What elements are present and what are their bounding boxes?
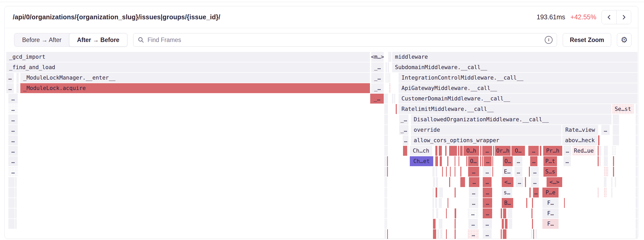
flame-frame[interactable]: [384, 94, 388, 104]
flame-frame[interactable]: O…: [511, 146, 525, 156]
flame-frame[interactable]: [526, 198, 527, 208]
flame-frame[interactable]: …: [483, 198, 492, 208]
flame-frame[interactable]: S…s: [543, 167, 557, 177]
flame-frame[interactable]: [636, 229, 637, 239]
flame-frame[interactable]: <…>: [547, 177, 562, 187]
flame-frame[interactable]: …: [516, 177, 523, 187]
flame-frame[interactable]: [433, 229, 436, 239]
flame-frame[interactable]: [8, 177, 15, 187]
flame-frame[interactable]: [613, 156, 614, 166]
flame-frame[interactable]: …: [483, 188, 492, 197]
flame-frame[interactable]: SubdomainMiddleware.__call__: [392, 62, 637, 72]
flame-frame[interactable]: _ModuleLockManager.__enter__: [20, 73, 370, 83]
flame-frame[interactable]: Pr…h: [543, 146, 562, 156]
flame-frame[interactable]: [636, 177, 637, 187]
flame-frame[interactable]: [446, 229, 447, 239]
flame-frame[interactable]: Or…h: [495, 146, 511, 156]
flame-frame[interactable]: [480, 146, 481, 156]
flame-frame[interactable]: [480, 156, 481, 166]
flame-frame[interactable]: [493, 146, 494, 156]
flame-frame[interactable]: [509, 219, 512, 229]
flame-frame[interactable]: [455, 167, 455, 177]
flame-frame[interactable]: [16, 83, 19, 93]
flame-frame[interactable]: [432, 208, 434, 218]
flame-frame[interactable]: [435, 156, 438, 166]
flame-frame[interactable]: [386, 177, 387, 187]
flame-frame[interactable]: [448, 198, 448, 208]
flame-frame[interactable]: [611, 177, 612, 187]
flame-frame[interactable]: [482, 156, 483, 166]
flame-frame[interactable]: …: [468, 167, 479, 177]
flame-frame[interactable]: [436, 167, 437, 177]
flame-frame[interactable]: _find_and_load: [6, 62, 370, 72]
flame-frame[interactable]: P…e: [542, 188, 559, 197]
flame-frame[interactable]: [449, 146, 457, 156]
flame-frame[interactable]: [636, 198, 637, 208]
flame-frame[interactable]: [459, 156, 459, 166]
flame-frame[interactable]: …: [8, 135, 18, 145]
flame-frame[interactable]: [384, 156, 387, 166]
flame-frame[interactable]: [598, 188, 599, 197]
flame-frame[interactable]: …: [483, 208, 492, 218]
flame-frame[interactable]: _…: [399, 115, 408, 124]
flame-frame[interactable]: [636, 115, 637, 124]
flame-frame[interactable]: [15, 198, 17, 208]
flame-frame[interactable]: …: [468, 208, 478, 218]
flame-frame[interactable]: Ch…ch: [410, 146, 432, 156]
flame-frame[interactable]: …: [533, 188, 539, 197]
flame-frame[interactable]: …: [515, 156, 522, 166]
flame-frame[interactable]: [432, 167, 435, 177]
flame-frame[interactable]: P…t: [543, 156, 557, 166]
flame-frame[interactable]: [386, 198, 387, 208]
flame-frame[interactable]: abov…heck: [562, 135, 598, 145]
flame-frame[interactable]: [436, 188, 437, 197]
flame-frame[interactable]: [532, 219, 533, 229]
flame-frame[interactable]: …: [483, 167, 492, 177]
flame-frame[interactable]: [505, 219, 507, 229]
flame-frame[interactable]: [384, 115, 388, 124]
flame-frame[interactable]: <…: [502, 177, 513, 187]
flame-frame[interactable]: [599, 146, 601, 156]
flame-frame[interactable]: override: [411, 125, 561, 135]
flame-frame[interactable]: …: [483, 177, 492, 187]
flame-frame[interactable]: …: [469, 198, 478, 208]
flame-frame[interactable]: allow_cors_options_wrapper: [411, 135, 561, 145]
flame-frame[interactable]: Rate…view: [562, 125, 598, 135]
flame-frame[interactable]: [598, 146, 599, 156]
flame-frame[interactable]: [8, 188, 15, 197]
flamegraph-canvas[interactable]: _gcd_import<m…>middleware_find_and_load_…: [0, 0, 644, 240]
flame-frame[interactable]: [455, 188, 456, 197]
flame-frame[interactable]: [15, 177, 17, 187]
flame-frame[interactable]: [384, 135, 388, 145]
flame-frame[interactable]: …: [483, 229, 492, 239]
flame-frame[interactable]: DisallowedOrganizationMiddleware.__call_…: [411, 115, 611, 124]
flame-frame[interactable]: [15, 188, 17, 197]
flame-frame[interactable]: …: [482, 219, 492, 229]
flame-frame[interactable]: [492, 167, 493, 177]
flame-frame[interactable]: [531, 208, 532, 218]
flame-frame[interactable]: _…: [371, 62, 384, 72]
flame-frame[interactable]: …: [6, 83, 14, 93]
flame-frame[interactable]: …: [8, 94, 18, 104]
flame-frame[interactable]: [387, 156, 388, 166]
flame-frame[interactable]: [396, 104, 397, 114]
flame-frame[interactable]: [387, 229, 388, 239]
flame-frame[interactable]: [384, 146, 388, 156]
flame-frame[interactable]: [615, 177, 616, 187]
flame-frame[interactable]: [564, 198, 565, 208]
flame-frame[interactable]: middleware: [392, 52, 637, 62]
flame-frame[interactable]: [384, 104, 388, 114]
flame-frame[interactable]: [403, 146, 407, 156]
flame-frame[interactable]: [435, 146, 437, 156]
flame-frame[interactable]: …: [8, 146, 18, 156]
flame-frame[interactable]: [460, 167, 461, 177]
flame-frame[interactable]: [598, 156, 599, 166]
flame-frame[interactable]: _…: [399, 125, 408, 135]
flame-frame[interactable]: …: [528, 146, 539, 156]
flame-frame[interactable]: CustomerDomainMiddleware.__call__: [399, 94, 637, 104]
flame-frame[interactable]: [388, 52, 391, 62]
flame-frame[interactable]: RatelimitMiddleware.__call__: [399, 104, 611, 114]
flame-frame[interactable]: …: [482, 146, 492, 156]
flame-frame[interactable]: [432, 198, 434, 208]
flame-frame[interactable]: [386, 62, 387, 72]
